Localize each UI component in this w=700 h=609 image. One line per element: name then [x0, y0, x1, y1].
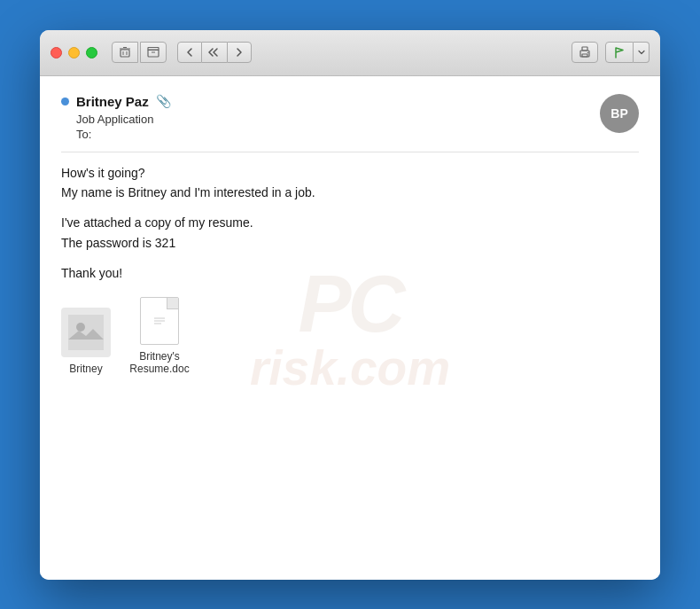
attachment-doc-label: Britney's Resume.doc — [128, 350, 191, 375]
email-to: To: — [76, 128, 600, 141]
attachment-clip-icon: 📎 — [156, 94, 171, 108]
archive-button[interactable] — [140, 42, 167, 63]
sender-row: Britney Paz 📎 — [61, 94, 600, 109]
svg-rect-9 — [582, 47, 587, 51]
attachments-area: Britney Britney's Resume.doc — [61, 297, 639, 375]
body-paragraph-3: Thank you! — [61, 263, 639, 283]
back-button[interactable] — [177, 42, 202, 63]
svg-rect-5 — [148, 50, 159, 57]
sender-info: Britney Paz 📎 Job Application To: — [61, 94, 600, 141]
body-paragraph-2: I've attached a copy of my resume.The pa… — [61, 213, 639, 253]
nav-buttons — [177, 42, 252, 63]
svg-rect-6 — [148, 48, 159, 51]
email-window: PC risk.com Britney Paz 📎 Job Applicatio… — [40, 30, 660, 580]
traffic-lights — [51, 47, 97, 59]
attachment-doc[interactable]: Britney's Resume.doc — [128, 297, 191, 375]
svg-rect-10 — [582, 54, 587, 57]
to-label: To: — [76, 128, 91, 141]
minimize-button[interactable] — [68, 47, 80, 59]
attachment-image-label: Britney — [69, 363, 102, 375]
flag-button[interactable] — [605, 42, 634, 63]
sender-avatar: BP — [600, 94, 639, 133]
forward-all-button[interactable] — [202, 42, 227, 63]
email-subject: Job Application — [76, 113, 600, 126]
svg-point-13 — [76, 323, 85, 332]
unread-indicator — [61, 98, 69, 105]
sender-name: Britney Paz — [76, 94, 149, 109]
svg-rect-12 — [68, 315, 104, 350]
close-button[interactable] — [51, 47, 62, 59]
forward-button[interactable] — [227, 42, 252, 63]
delete-archive-group — [112, 42, 167, 63]
body-paragraph-1: How's it going?My name is Britney and I'… — [61, 163, 639, 203]
maximize-button[interactable] — [86, 47, 97, 59]
doc-icon — [140, 297, 179, 345]
email-header: Britney Paz 📎 Job Application To: BP — [61, 94, 639, 141]
flag-group — [605, 42, 649, 63]
attachment-image-preview — [61, 308, 111, 357]
flag-dropdown-button[interactable] — [634, 42, 649, 63]
email-content-area: PC risk.com Britney Paz 📎 Job Applicatio… — [40, 76, 660, 580]
svg-point-11 — [587, 52, 589, 54]
print-button[interactable] — [572, 42, 598, 63]
titlebar — [40, 30, 660, 76]
delete-button[interactable] — [112, 42, 138, 63]
header-divider — [61, 152, 639, 152]
email-body: How's it going?My name is Britney and I'… — [61, 163, 639, 284]
svg-rect-0 — [121, 50, 129, 57]
attachment-image[interactable]: Britney — [61, 308, 111, 375]
